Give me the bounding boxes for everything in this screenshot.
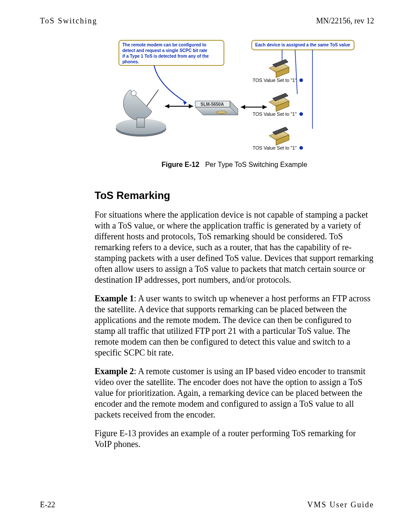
modem-label: SLM-5650A [200,102,224,107]
svg-point-7 [131,91,136,96]
callout-left-line3: if a Type 1 ToS is detected from any of … [122,54,209,59]
phone-icon [269,59,289,78]
svg-point-31 [299,146,303,150]
figure-caption: Figure E-12 Per Type ToS Switching Examp… [95,161,374,169]
phone-icon [269,127,289,145]
phone-icon [269,93,289,111]
svg-line-3 [295,50,297,94]
footer-guide: VMS User Guide [307,500,374,509]
para-example2: Example 2: A remote customer is using an… [95,366,374,420]
footer-page: E-22 [40,500,55,509]
tos-label-1: TOS Value Set to "1" [253,78,297,83]
svg-point-16 [216,111,227,114]
svg-point-27 [299,112,303,116]
callout-left-line2: detect and request a single SCPC bit rat… [122,48,207,53]
callout-left-line1: The remote modem can be configured to [122,42,206,47]
svg-marker-11 [165,104,169,108]
figure-e12: The remote modem can be configured to de… [95,38,374,157]
svg-line-8 [147,90,158,106]
svg-marker-12 [189,104,193,108]
tos-label-2: TOS Value Set to "1" [253,111,297,117]
para-intro: For situations where the application dev… [95,209,374,285]
para-example1: Example 1: A user wants to switch up whe… [95,293,374,358]
header-section: ToS Switching [40,16,97,26]
tos-label-3: TOS Value Set to "1" [253,145,297,150]
svg-marker-18 [241,105,245,109]
heading-tos-remarking: ToS Remarking [95,189,374,202]
callout-right: Each device is assigned a the same ToS v… [255,42,350,47]
svg-rect-9 [137,118,145,127]
svg-marker-19 [263,105,267,109]
svg-point-23 [299,78,303,82]
header-docid: MN/22156, rev 12 [316,16,375,26]
para-figref: Figure E-13 provides an example of a rou… [95,428,374,450]
callout-left-line4: phones. [122,59,139,64]
